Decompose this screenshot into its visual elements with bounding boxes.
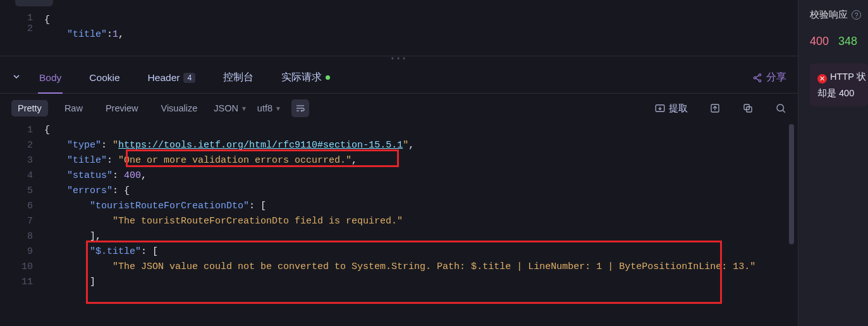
code-line: "$.title": [ xyxy=(44,244,798,260)
status-code: 400 xyxy=(810,35,829,47)
extract-button[interactable]: 提取 xyxy=(654,103,688,115)
wrap-icon xyxy=(295,103,305,113)
tab-label: Cookie xyxy=(89,72,119,84)
word-wrap-button[interactable] xyxy=(291,99,309,117)
tab-actual-request[interactable]: 实际请求 xyxy=(267,62,344,93)
extract-label: 提取 xyxy=(669,103,688,115)
code-line: ] xyxy=(44,275,798,290)
format-preview[interactable]: Preview xyxy=(99,100,145,116)
code-area[interactable]: { "title":1, xyxy=(44,13,798,42)
share-label: 分享 xyxy=(766,71,786,84)
format-visualize[interactable]: Visualize xyxy=(154,100,204,116)
help-icon[interactable]: ? xyxy=(852,10,861,20)
search-icon[interactable] xyxy=(775,103,786,114)
code-line: "title": "One or more validation errors … xyxy=(44,153,798,168)
code-line: ], xyxy=(44,229,798,244)
code-line: "The JSON value could not be converted t… xyxy=(44,260,798,275)
status-extra: 348 xyxy=(838,35,857,47)
share-icon xyxy=(752,73,762,83)
format-pretty[interactable]: Pretty xyxy=(11,100,48,116)
select-value: utf8 xyxy=(257,103,272,113)
tab-label: 控制台 xyxy=(223,71,254,84)
line-gutter: 12 xyxy=(0,13,44,42)
pane-splitter[interactable]: ••• xyxy=(0,56,798,62)
status-codes: 400 348 xyxy=(810,35,868,48)
code-line: "type": "https://tools.ietf.org/html/rfc… xyxy=(44,138,798,153)
encoding-select[interactable]: utf8 ▼ xyxy=(257,103,281,113)
code-line: "The touristRouteForCreationDto field is… xyxy=(44,214,798,229)
response-tabs: Body Cookie Header 4 控制台 实际请求 分享 xyxy=(0,62,798,94)
validation-error: ✕HTTP 状 却是 400 xyxy=(810,63,868,106)
tab-console[interactable]: 控制台 xyxy=(209,62,267,93)
language-select[interactable]: JSON ▼ xyxy=(214,103,247,113)
editor-top-handle xyxy=(15,0,53,6)
code-line: { xyxy=(44,123,798,138)
scrollbar[interactable] xyxy=(789,124,794,244)
svg-point-1 xyxy=(754,77,755,78)
chevron-down-icon: ▼ xyxy=(275,105,281,112)
extract-icon xyxy=(654,103,666,114)
tab-label: Body xyxy=(39,72,61,84)
format-raw[interactable]: Raw xyxy=(58,100,89,116)
sidebar-title: 校验响应 ? xyxy=(810,9,868,21)
code-line: "touristRouteForCreationDto": [ xyxy=(44,199,798,214)
svg-point-12 xyxy=(777,104,784,111)
tab-label: Header xyxy=(148,72,180,84)
export-icon[interactable] xyxy=(709,103,721,114)
svg-line-4 xyxy=(755,78,759,80)
code-line: "title":1, xyxy=(44,27,798,42)
tab-cookie[interactable]: Cookie xyxy=(75,62,133,93)
code-line: { xyxy=(44,13,798,27)
line-gutter: 1234567891011 xyxy=(0,123,44,326)
svg-line-13 xyxy=(783,110,785,113)
tab-header[interactable]: Header 4 xyxy=(134,62,210,93)
code-area[interactable]: { "type": "https://tools.ietf.org/html/r… xyxy=(44,123,798,326)
chevron-down-icon: ▼ xyxy=(241,105,247,112)
svg-point-2 xyxy=(759,80,761,82)
header-count-badge: 4 xyxy=(183,73,195,83)
copy-icon[interactable] xyxy=(742,103,754,114)
validation-sidebar: 校验响应 ? 400 348 ✕HTTP 状 却是 400 xyxy=(798,0,868,326)
format-bar: Pretty Raw Preview Visualize JSON ▼ utf8… xyxy=(0,94,798,123)
svg-point-0 xyxy=(759,73,761,75)
collapse-toggle[interactable] xyxy=(11,72,25,84)
code-line: "errors": { xyxy=(44,184,798,199)
tab-body[interactable]: Body xyxy=(25,62,75,93)
status-dot-icon xyxy=(326,75,330,80)
svg-line-3 xyxy=(755,75,759,77)
select-value: JSON xyxy=(214,103,238,113)
tab-label: 实际请求 xyxy=(281,71,322,84)
share-button[interactable]: 分享 xyxy=(752,71,786,84)
response-body-editor[interactable]: 1234567891011 { "type": "https://tools.i… xyxy=(0,123,798,326)
code-line: "status": 400, xyxy=(44,168,798,184)
request-body-editor[interactable]: 12 { "title":1, xyxy=(0,0,798,56)
error-icon: ✕ xyxy=(817,74,827,84)
